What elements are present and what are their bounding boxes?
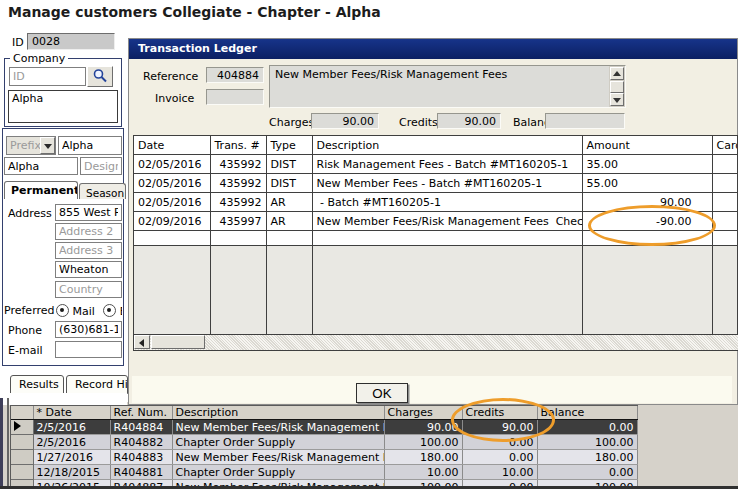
results-grid: * Date Ref. Num. Description Charges Cre… (10, 405, 638, 489)
horizontal-scrollbar[interactable] (134, 334, 738, 350)
tab-permanent[interactable]: Permanent (4, 181, 78, 199)
address1-input[interactable] (55, 204, 122, 221)
description-text: New Member Fees/Risk Management Fees (270, 66, 625, 83)
cell-description[interactable]: New Member Fees/Risk Management Fees (172, 420, 384, 435)
prefix-value-input[interactable] (58, 136, 122, 155)
cell-type[interactable]: AR (266, 212, 312, 231)
cell-description[interactable]: New Member Fees/Risk Management Fees Che… (312, 212, 582, 231)
cell-charges[interactable]: 90.00 (384, 420, 462, 435)
company-listbox[interactable]: Alpha (8, 90, 118, 123)
cell-card[interactable] (712, 212, 738, 231)
cell-description[interactable]: New Member Fees/Risk Management Fees (172, 450, 384, 465)
cell-balance[interactable]: 100.00 (537, 435, 637, 450)
list-item[interactable]: Alpha (9, 91, 117, 106)
grid-row[interactable]: 2/5/2016 R404882 Chapter Order Supply 10… (11, 435, 637, 450)
prefix-dropdown[interactable]: Prefix (6, 136, 56, 155)
cell-date[interactable]: 12/18/2015 (33, 465, 110, 480)
scrollbar-thumb[interactable] (610, 81, 624, 93)
dropdown-button[interactable] (40, 137, 55, 154)
email-input[interactable] (55, 341, 122, 358)
radio-mail[interactable] (56, 304, 69, 317)
dialog-titlebar[interactable]: Transaction Ledger (129, 39, 737, 59)
grid-header-charges: Charges (384, 406, 462, 420)
cell-trans[interactable]: 435992 (210, 174, 266, 193)
cell-card[interactable] (712, 155, 738, 174)
cell-amount[interactable]: 55.00 (582, 174, 712, 193)
cell-date[interactable]: 02/05/2016 (134, 174, 210, 193)
row-selector[interactable] (11, 450, 33, 465)
cell-balance[interactable]: 0.00 (537, 465, 637, 480)
cell-description[interactable]: New Member Fees - Batch #MT160205-1 (312, 174, 582, 193)
cell-date[interactable]: 2/5/2016 (33, 435, 110, 450)
scroll-down-button[interactable] (610, 93, 624, 106)
row-selector-header (11, 406, 33, 420)
tab-record-history[interactable]: Record Hist (66, 375, 128, 394)
tab-seasonal[interactable]: Season (79, 183, 126, 199)
scroll-up-button[interactable] (610, 67, 624, 80)
cell-credits[interactable]: 90.00 (462, 420, 537, 435)
cell-card[interactable] (712, 193, 738, 212)
scroll-left-button[interactable] (134, 335, 150, 349)
radio-email[interactable] (103, 304, 116, 317)
cell-amount[interactable]: 35.00 (582, 155, 712, 174)
cell-charges[interactable]: 180.00 (384, 450, 462, 465)
cell-type[interactable]: DIST (266, 155, 312, 174)
grid-row[interactable]: 12/18/2015 R404881 Chapter Order Supply … (11, 465, 637, 480)
cell-date[interactable]: 2/5/2016 (33, 420, 110, 435)
cell-description[interactable]: Risk Management Fees - Batch #MT160205-1 (312, 155, 582, 174)
ok-button[interactable]: OK (356, 383, 408, 403)
cell-date[interactable]: 02/09/2016 (134, 212, 210, 231)
tab-results[interactable]: Results (10, 375, 64, 394)
cell-balance[interactable]: 0.00 (537, 420, 637, 435)
cell-type[interactable]: DIST (266, 174, 312, 193)
table-row[interactable]: 02/09/2016 435997 AR New Member Fees/Ris… (134, 212, 738, 231)
cell-description[interactable]: Chapter Order Supply (172, 465, 384, 480)
cell-ref[interactable]: R404881 (110, 465, 172, 480)
grid-row-selected[interactable]: 2/5/2016 R404884 New Member Fees/Risk Ma… (11, 420, 637, 435)
cell-type[interactable]: AR (266, 193, 312, 212)
cell-credits[interactable]: 0.00 (462, 435, 537, 450)
cell-balance[interactable]: 180.00 (537, 450, 637, 465)
cell-trans[interactable]: 435997 (210, 212, 266, 231)
cell-ref[interactable]: R404882 (110, 435, 172, 450)
cell-date[interactable]: 02/05/2016 (134, 155, 210, 174)
cell-trans[interactable]: 435992 (210, 155, 266, 174)
cell-charges[interactable]: 100.00 (384, 435, 462, 450)
cell-description[interactable]: Chapter Order Supply (172, 435, 384, 450)
address3-input[interactable] (55, 242, 122, 259)
description-scrollbar[interactable] (609, 66, 625, 107)
row-selector[interactable] (11, 465, 33, 480)
company-id-input[interactable] (9, 67, 86, 86)
country-input[interactable] (55, 281, 122, 298)
phone-input[interactable] (55, 321, 122, 338)
scrollbar-thumb[interactable] (151, 335, 205, 349)
cell-card[interactable] (712, 174, 738, 193)
cell-amount[interactable]: 90.00 (582, 193, 712, 212)
prefix-placeholder: Prefix (7, 137, 41, 154)
cell-trans[interactable]: 435992 (210, 193, 266, 212)
cell-ref[interactable]: R404883 (110, 450, 172, 465)
city-input[interactable] (55, 261, 122, 278)
cell-date[interactable]: 1/27/2016 (33, 450, 110, 465)
cell-credits[interactable]: 10.00 (462, 465, 537, 480)
table-row[interactable]: 02/05/2016 435992 DIST Risk Management F… (134, 155, 738, 174)
row-selector[interactable] (11, 435, 33, 450)
table-row[interactable]: 02/05/2016 435992 DIST New Member Fees -… (134, 174, 738, 193)
preferred-label: Preferred (4, 304, 55, 317)
reference-field: 404884 (206, 67, 264, 83)
cell-ref[interactable]: R404884 (110, 420, 172, 435)
designation-input[interactable] (80, 157, 122, 175)
cell-credits[interactable]: 0.00 (462, 450, 537, 465)
company-legend: Company (10, 52, 68, 65)
address2-input[interactable] (55, 223, 122, 240)
table-row[interactable]: 02/05/2016 435992 AR - Batch #MT160205-1… (134, 193, 738, 212)
customer-id-field[interactable]: 0028 (27, 33, 115, 50)
name-input[interactable] (4, 157, 78, 175)
cell-date[interactable]: 02/05/2016 (134, 193, 210, 212)
search-button[interactable] (87, 66, 113, 87)
row-selector[interactable] (11, 420, 33, 435)
cell-amount[interactable]: -90.00 (582, 212, 712, 231)
cell-charges[interactable]: 10.00 (384, 465, 462, 480)
grid-row[interactable]: 1/27/2016 R404883 New Member Fees/Risk M… (11, 450, 637, 465)
cell-description[interactable]: - Batch #MT160205-1 (312, 193, 582, 212)
